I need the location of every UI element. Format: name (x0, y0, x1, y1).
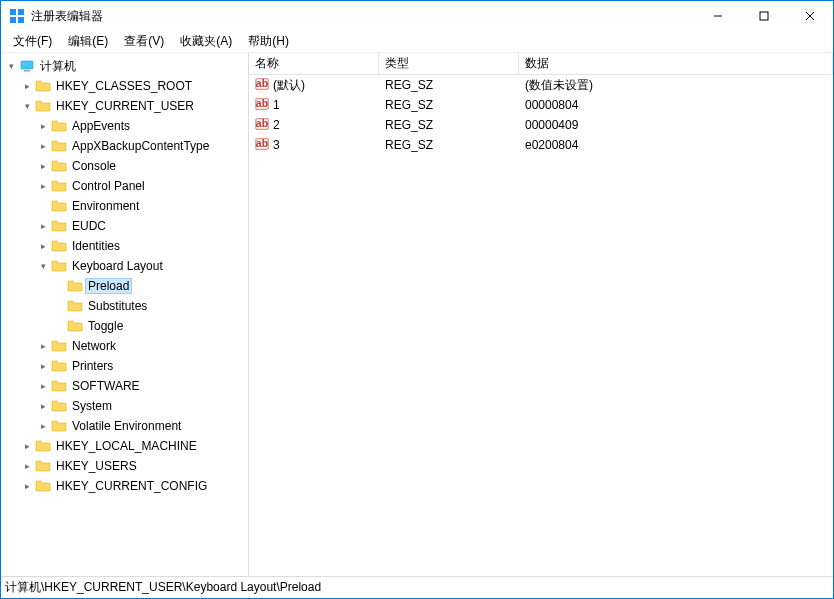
chevron-down-icon[interactable]: ▾ (21, 100, 33, 112)
tree-label: Toggle (86, 319, 125, 333)
list-row[interactable]: ab3 REG_SZ e0200804 (249, 135, 833, 155)
tree-key-environment[interactable]: ▸Environment (1, 196, 248, 216)
tree-label: EUDC (70, 219, 108, 233)
chevron-right-icon[interactable]: ▸ (37, 220, 49, 232)
list-row[interactable]: ab1 REG_SZ 00000804 (249, 95, 833, 115)
tree-label: Console (70, 159, 118, 173)
tree-label: SOFTWARE (70, 379, 142, 393)
menu-help[interactable]: 帮助(H) (240, 31, 297, 52)
status-path: 计算机\HKEY_CURRENT_USER\Keyboard Layout\Pr… (5, 579, 321, 596)
svg-rect-0 (10, 9, 16, 15)
tree-label: Network (70, 339, 118, 353)
value-data: (数值未设置) (525, 77, 593, 94)
string-value-icon: ab (255, 117, 269, 134)
value-data: e0200804 (525, 138, 578, 152)
tree-hive-hku[interactable]: ▸HKEY_USERS (1, 456, 248, 476)
chevron-right-icon[interactable]: ▸ (37, 340, 49, 352)
tree-key-eudc[interactable]: ▸EUDC (1, 216, 248, 236)
tree-label: System (70, 399, 114, 413)
tree-key-console[interactable]: ▸Console (1, 156, 248, 176)
value-name: 2 (273, 118, 280, 132)
tree-label: Environment (70, 199, 141, 213)
folder-icon (51, 258, 67, 274)
tree-key-keyboardlayout[interactable]: ▾Keyboard Layout (1, 256, 248, 276)
tree-label: Preload (86, 279, 131, 293)
tree-key-volatile[interactable]: ▸Volatile Environment (1, 416, 248, 436)
folder-icon (35, 478, 51, 494)
tree-hive-hkcr[interactable]: ▸ HKEY_CLASSES_ROOT (1, 76, 248, 96)
value-list-panel: 名称 类型 数据 ab(默认) REG_SZ (数值未设置) ab1 REG_S… (249, 53, 833, 576)
tree-key-network[interactable]: ▸Network (1, 336, 248, 356)
tree-hive-hkcc[interactable]: ▸HKEY_CURRENT_CONFIG (1, 476, 248, 496)
tree-key-controlpanel[interactable]: ▸Control Panel (1, 176, 248, 196)
minimize-button[interactable] (695, 1, 741, 31)
menu-view[interactable]: 查看(V) (116, 31, 172, 52)
list-header: 名称 类型 数据 (249, 53, 833, 75)
folder-icon (51, 338, 67, 354)
menu-file[interactable]: 文件(F) (5, 31, 60, 52)
chevron-down-icon[interactable]: ▾ (5, 60, 17, 72)
chevron-right-icon[interactable]: ▸ (37, 380, 49, 392)
string-value-icon: ab (255, 97, 269, 114)
folder-icon (67, 278, 83, 294)
list-body[interactable]: ab(默认) REG_SZ (数值未设置) ab1 REG_SZ 0000080… (249, 75, 833, 576)
tree-label: HKEY_USERS (54, 459, 139, 473)
chevron-right-icon[interactable]: ▸ (37, 240, 49, 252)
chevron-right-icon[interactable]: ▸ (21, 460, 33, 472)
svg-text:ab: ab (256, 97, 268, 109)
folder-icon (51, 118, 67, 134)
column-header-name[interactable]: 名称 (249, 53, 379, 74)
menu-edit[interactable]: 编辑(E) (60, 31, 116, 52)
menu-bar: 文件(F) 编辑(E) 查看(V) 收藏夹(A) 帮助(H) (1, 31, 833, 53)
menu-favorites[interactable]: 收藏夹(A) (172, 31, 240, 52)
app-icon (9, 8, 25, 24)
svg-rect-8 (21, 61, 33, 69)
close-button[interactable] (787, 1, 833, 31)
tree-key-substitutes[interactable]: ▸Substitutes (1, 296, 248, 316)
tree-key-appevents[interactable]: ▸AppEvents (1, 116, 248, 136)
tree-label: Control Panel (70, 179, 147, 193)
chevron-down-icon[interactable]: ▾ (37, 260, 49, 272)
tree-key-appxbackup[interactable]: ▸AppXBackupContentType (1, 136, 248, 156)
list-row[interactable]: ab(默认) REG_SZ (数值未设置) (249, 75, 833, 95)
tree-hive-hklm[interactable]: ▸HKEY_LOCAL_MACHINE (1, 436, 248, 456)
chevron-right-icon[interactable]: ▸ (37, 420, 49, 432)
tree-key-system[interactable]: ▸System (1, 396, 248, 416)
column-header-type[interactable]: 类型 (379, 53, 519, 74)
chevron-right-icon[interactable]: ▸ (21, 440, 33, 452)
chevron-right-icon[interactable]: ▸ (37, 160, 49, 172)
column-header-data[interactable]: 数据 (519, 53, 833, 74)
chevron-right-icon[interactable]: ▸ (37, 120, 49, 132)
chevron-right-icon[interactable]: ▸ (21, 80, 33, 92)
tree-root-computer[interactable]: ▾ 计算机 (1, 56, 248, 76)
tree-label: AppXBackupContentType (70, 139, 211, 153)
list-row[interactable]: ab2 REG_SZ 00000409 (249, 115, 833, 135)
tree-key-identities[interactable]: ▸Identities (1, 236, 248, 256)
chevron-right-icon[interactable]: ▸ (21, 480, 33, 492)
tree-key-preload[interactable]: ▸Preload (1, 276, 248, 296)
svg-rect-9 (24, 70, 30, 72)
svg-rect-3 (18, 17, 24, 23)
tree-hive-hkcu[interactable]: ▾ HKEY_CURRENT_USER (1, 96, 248, 116)
tree-panel[interactable]: ▾ 计算机 ▸ HKEY_CLASSES_ROOT ▾ HKEY_CURRENT… (1, 53, 249, 576)
maximize-button[interactable] (741, 1, 787, 31)
tree-label: HKEY_CLASSES_ROOT (54, 79, 194, 93)
tree-key-printers[interactable]: ▸Printers (1, 356, 248, 376)
value-type: REG_SZ (385, 118, 433, 132)
folder-icon (67, 298, 83, 314)
chevron-right-icon[interactable]: ▸ (37, 140, 49, 152)
folder-icon (51, 178, 67, 194)
tree-label: HKEY_LOCAL_MACHINE (54, 439, 199, 453)
value-name: 1 (273, 98, 280, 112)
folder-icon (51, 218, 67, 234)
chevron-right-icon[interactable]: ▸ (37, 400, 49, 412)
svg-text:ab: ab (256, 137, 268, 149)
chevron-right-icon[interactable]: ▸ (37, 360, 49, 372)
tree-label: Keyboard Layout (70, 259, 165, 273)
value-data: 00000409 (525, 118, 578, 132)
tree-key-toggle[interactable]: ▸Toggle (1, 316, 248, 336)
string-value-icon: ab (255, 77, 269, 94)
tree-key-software[interactable]: ▸SOFTWARE (1, 376, 248, 396)
chevron-right-icon[interactable]: ▸ (37, 180, 49, 192)
status-bar: 计算机\HKEY_CURRENT_USER\Keyboard Layout\Pr… (1, 576, 833, 598)
